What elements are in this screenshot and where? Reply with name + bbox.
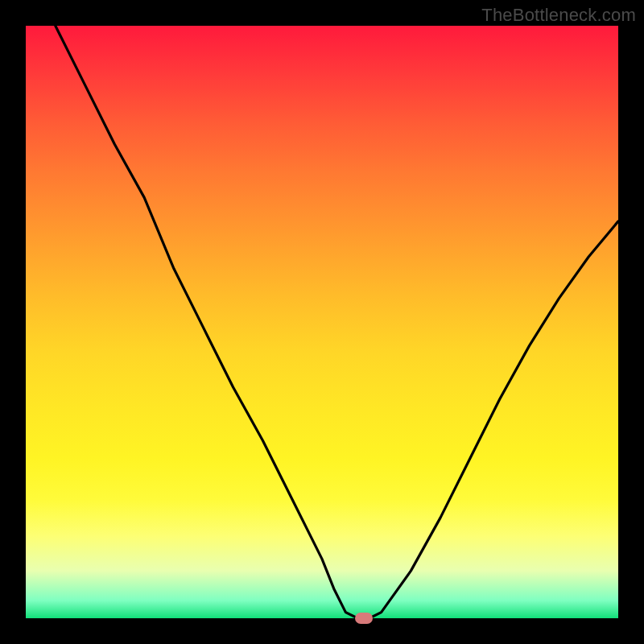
- optimal-point-marker: [355, 613, 373, 624]
- bottleneck-curve: [26, 26, 618, 618]
- plot-area: [26, 26, 618, 618]
- chart-frame: TheBottleneck.com: [0, 0, 644, 644]
- watermark-text: TheBottleneck.com: [481, 5, 636, 26]
